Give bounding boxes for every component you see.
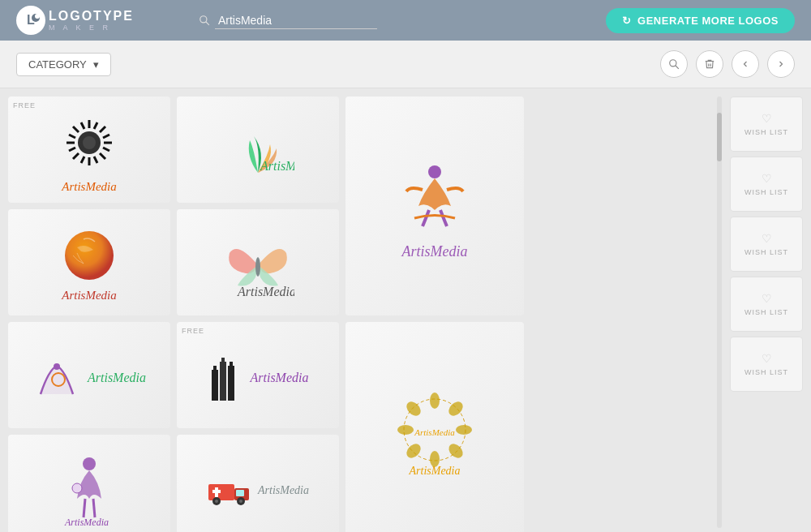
wish-label: WISH LIST [744,308,788,316]
list-item[interactable]: ArtisMedia [177,435,339,532]
logo-text: LOGOTYPE M A K E R [49,9,134,32]
svg-line-5 [206,22,209,25]
heart-icon: ♡ [762,232,772,245]
svg-rect-38 [230,362,233,368]
chevron-left-icon [740,59,750,69]
chevron-down-icon: ▾ [93,58,99,71]
svg-line-20 [81,157,84,163]
fashion-logo-icon: ArtisMedia [61,454,118,527]
truck-logo-icon [207,472,251,508]
sport-logo-icon [394,157,475,238]
svg-point-6 [670,60,676,66]
brand-name: ArtisMedia [62,180,117,194]
generate-button[interactable]: ↻ GENERATE MORE LOGOS [606,8,795,33]
yoga-logo-icon [32,354,81,402]
next-button[interactable] [767,50,795,78]
svg-rect-36 [213,366,217,372]
svg-line-18 [81,122,84,129]
svg-text:ArtisMedia: ArtisMedia [237,285,294,298]
svg-rect-37 [221,358,225,364]
wish-item[interactable]: ♡ WISH LIST [730,97,803,152]
leaf-logo-icon: ArtisMedia [221,128,294,177]
refresh-icon: ↻ [622,15,632,27]
svg-point-47 [446,441,466,461]
search-button[interactable] [660,50,688,78]
free-badge: FREE [182,327,204,335]
heart-icon: ♡ [762,172,772,185]
brand-name: ArtisMedia [258,484,309,497]
free-badge: FREE [13,101,36,109]
svg-rect-53 [208,484,234,500]
search-input[interactable] [215,12,377,29]
generate-button-label: GENERATE MORE LOGOS [637,15,779,27]
heart-icon: ♡ [762,352,772,365]
main-content: FREE [0,88,811,532]
building-logo-icon [208,354,244,402]
brand-name: ArtisMedia [62,289,117,302]
scrollbar[interactable] [717,97,722,528]
svg-text:ArtisMedia: ArtisMedia [64,517,109,527]
list-item[interactable]: ArtisMedia [177,97,339,203]
svg-text:ArtisMedia: ArtisMedia [260,159,294,173]
logo-area: L LOGOTYPE M A K E R [16,6,134,35]
search-bar-icon [199,15,210,26]
sunburst-logo-icon [57,110,122,175]
svg-point-9 [83,136,96,149]
logo-grid: FREE [8,97,709,528]
brand-name: ArtisMedia [251,371,309,385]
svg-rect-33 [212,370,218,401]
svg-line-14 [73,127,79,132]
wish-item[interactable]: ♡ WISH LIST [730,157,803,212]
svg-point-4 [200,16,207,23]
logo-name: LOGOTYPE [49,9,134,24]
header: L LOGOTYPE M A K E R ↻ GENERATE MORE LOG… [0,0,811,41]
list-item[interactable]: ArtisMedia [345,97,524,315]
svg-rect-35 [228,366,234,401]
svg-point-3 [35,14,40,19]
svg-point-42 [397,425,414,435]
svg-point-43 [456,425,472,435]
svg-point-46 [404,441,423,461]
brand-name: ArtisMedia [402,243,468,260]
wish-label: WISH LIST [744,188,788,196]
wishlist-sidebar: ♡ WISH LIST ♡ WISH LIST ♡ WISH LIST ♡ WI… [730,97,803,528]
prev-button[interactable] [732,50,759,78]
svg-line-21 [94,157,97,163]
svg-line-16 [73,153,79,159]
svg-line-23 [69,148,75,151]
search-icon [668,58,680,70]
list-item[interactable]: ArtisMedia [8,322,170,428]
logo-icon: L [16,6,45,35]
svg-text:ArtisMedia: ArtisMedia [409,465,461,477]
svg-point-51 [72,483,82,493]
wish-label: WISH LIST [744,248,788,256]
list-item[interactable]: ArtisMedia [8,209,170,315]
logo-subtitle: M A K E R [49,24,134,32]
svg-line-17 [100,153,105,159]
list-item[interactable]: FREE ArtisMedia [177,322,339,428]
list-item[interactable]: FREE [8,97,170,203]
svg-point-44 [404,399,423,418]
list-item[interactable]: ArtisMedia [177,209,339,315]
delete-button[interactable] [696,50,723,78]
list-item[interactable]: ArtisMedia [8,435,170,532]
wreath-logo-icon: ArtisMedia ArtisMedia [394,389,475,478]
svg-line-19 [94,122,97,129]
svg-point-32 [54,363,60,370]
svg-point-40 [430,393,440,409]
list-item[interactable]: ArtisMedia ArtisMedia [345,322,524,532]
svg-point-45 [446,399,466,418]
svg-point-27 [428,165,441,178]
wish-item[interactable]: ♡ WISH LIST [730,277,803,332]
scroll-thumb[interactable] [717,113,722,161]
wish-item[interactable]: ♡ WISH LIST [730,337,803,392]
svg-point-50 [83,457,96,470]
wish-item[interactable]: ♡ WISH LIST [730,217,803,272]
svg-line-22 [69,135,75,138]
svg-rect-57 [212,490,221,493]
svg-line-25 [103,148,109,151]
toolbar: CATEGORY ▾ [0,41,811,88]
category-button[interactable]: CATEGORY ▾ [16,53,111,76]
svg-rect-55 [236,490,244,496]
svg-line-24 [103,135,109,138]
